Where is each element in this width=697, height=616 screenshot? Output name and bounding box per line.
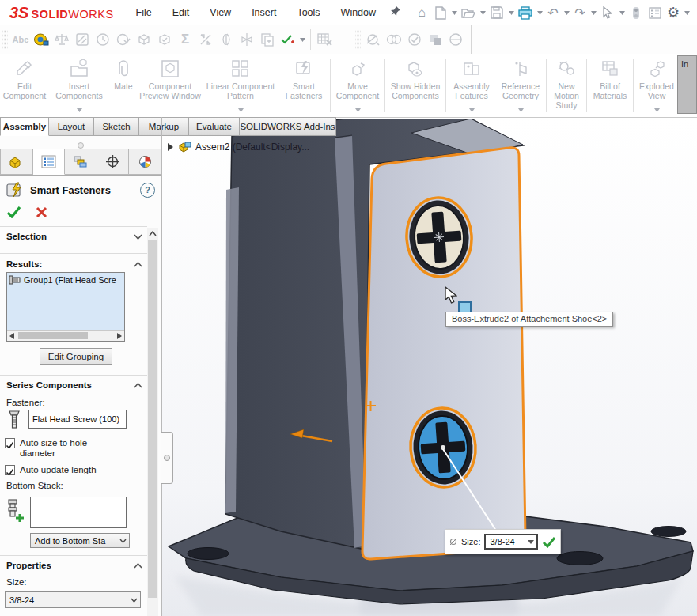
section-properties-icon[interactable] [73, 29, 92, 50]
instant3d-button[interactable]: In [677, 55, 697, 114]
tab-displaymanager[interactable] [129, 149, 161, 175]
auto-size-checkbox-label[interactable]: Auto size to hole diameter [20, 438, 113, 459]
tab-layout[interactable]: Layout [49, 117, 94, 136]
edit-grouping-button[interactable]: Edit Grouping [40, 348, 112, 365]
graphics-area[interactable]: Assem2 (Default<Display... Boss-Extrude2… [162, 119, 697, 616]
select-cursor-icon[interactable] [599, 3, 616, 22]
linear-component-pattern-button[interactable]: Linear Component Pattern [203, 54, 278, 117]
menu-window[interactable]: Window [341, 7, 376, 18]
scroll-up-icon[interactable] [149, 231, 157, 236]
callout-accept-icon[interactable] [542, 536, 556, 548]
menu-tools[interactable]: Tools [297, 7, 320, 18]
undo-icon[interactable]: ↶ [545, 3, 561, 22]
edit-component-button[interactable]: Edit Component [0, 54, 49, 117]
add-dropdown-chevron-icon[interactable] [116, 539, 129, 543]
equations-icon[interactable]: Σ [176, 29, 195, 50]
design-checker-icon[interactable] [278, 29, 297, 50]
tab-solidworks-add-ins[interactable]: SOLIDWORKS Add-Ins [240, 117, 336, 136]
tab-featuremanager[interactable] [0, 149, 33, 175]
move-component-button[interactable]: Move Component [331, 54, 384, 117]
open-caret[interactable] [479, 3, 487, 22]
task-pane-icon[interactable] [646, 3, 664, 22]
mass-properties-icon[interactable] [52, 29, 71, 50]
assembly-tree-item[interactable]: Assem2 (Default<Display... [195, 142, 309, 153]
copy-with-mates-icon[interactable] [426, 29, 445, 50]
bottom-stack-listbox[interactable] [30, 497, 127, 528]
symmetry-check-icon[interactable] [237, 29, 256, 50]
base-hole-left[interactable] [188, 548, 229, 560]
tab-sketch[interactable]: Sketch [94, 117, 139, 136]
results-list-item[interactable]: Group1 (Flat Head Scre [7, 273, 124, 330]
new-document-caret[interactable] [450, 3, 458, 22]
toolbar-drag-handle[interactable] [2, 29, 8, 50]
panel-resize-handle[interactable] [78, 142, 84, 149]
base-hole-right[interactable] [557, 552, 603, 565]
curvature-check-icon[interactable] [114, 29, 133, 50]
help-button[interactable]: ? [140, 183, 155, 198]
results-horizontal-scrollbar[interactable] [7, 330, 124, 341]
tab-configurationmanager[interactable] [65, 149, 97, 175]
panel-vertical-scrollbar[interactable] [147, 228, 158, 616]
spell-check-icon[interactable]: Abc [11, 29, 30, 50]
select-caret[interactable] [618, 3, 626, 22]
menu-view[interactable]: View [210, 7, 231, 18]
check-document-icon[interactable] [134, 29, 153, 50]
feature-tree-flyout[interactable]: Assem2 (Default<Display... [167, 141, 309, 153]
auto-update-checkbox[interactable] [5, 465, 15, 475]
series-components-group-header[interactable]: Series Components [6, 380, 142, 390]
save-icon[interactable] [488, 3, 506, 22]
smart-fasteners-button[interactable]: Smart Fasteners [278, 54, 329, 117]
properties-group-header[interactable]: Properties [6, 561, 142, 570]
scrollbar-thumb[interactable] [18, 332, 88, 339]
tab-propertymanager[interactable] [33, 149, 66, 175]
insert-components-button[interactable]: Insert Components [49, 54, 109, 117]
results-item-label[interactable]: Group1 (Flat Head Scre [24, 275, 116, 285]
menu-file[interactable]: File [136, 7, 152, 18]
pin-menu-icon[interactable] [390, 6, 401, 20]
base-hole-far-right[interactable] [651, 527, 686, 537]
results-group-header[interactable]: Results: [6, 259, 142, 269]
model-3d-view[interactable] [162, 119, 697, 616]
auto-update-checkbox-label[interactable]: Auto update length [20, 465, 97, 475]
print-icon[interactable] [517, 3, 534, 22]
reference-geometry-button[interactable]: Reference Geometry [496, 54, 545, 117]
options-caret[interactable] [683, 3, 691, 22]
reference-geometry-caret[interactable] [518, 101, 524, 115]
measure-icon[interactable] [32, 29, 51, 50]
panel-collapse-handle[interactable] [161, 432, 173, 484]
save-caret[interactable] [507, 3, 515, 22]
chevron-up-icon[interactable] [134, 262, 142, 267]
size-dropdown[interactable]: 3/8-24 [5, 591, 141, 608]
component-preview-window-button[interactable]: Component Preview Window [138, 54, 203, 117]
chevron-down-icon[interactable] [134, 234, 142, 240]
selection-group-header[interactable]: Selection [6, 232, 142, 241]
redo-caret[interactable] [589, 3, 597, 22]
cancel-button[interactable] [36, 206, 47, 218]
assembly-features-button[interactable]: Assembly Features [447, 54, 496, 117]
menu-insert[interactable]: Insert [252, 7, 276, 18]
show-hidden-components-button[interactable]: Show Hidden Components [386, 54, 445, 117]
tab-markup[interactable]: Markup [139, 117, 189, 136]
redo-icon[interactable]: ↷ [572, 3, 588, 22]
results-listbox[interactable]: Group1 (Flat Head Scre [6, 272, 125, 342]
assembly-features-caret[interactable] [469, 101, 475, 115]
interference-detection-icon[interactable] [384, 29, 403, 50]
chevron-up-icon[interactable] [134, 563, 142, 569]
3dexperience-icon[interactable] [627, 3, 645, 22]
assembly-visualization-icon[interactable] [446, 29, 465, 50]
toolbar-drag-handle-2[interactable] [355, 29, 361, 50]
geometry-check-icon[interactable] [155, 29, 174, 50]
scroll-right-icon[interactable] [115, 331, 124, 341]
chevron-up-icon[interactable] [134, 383, 142, 388]
undo-caret[interactable] [563, 3, 570, 22]
auto-size-checkbox[interactable] [5, 438, 15, 448]
callout-combo-chevron-icon[interactable] [525, 535, 536, 548]
menu-edit[interactable]: Edit [172, 7, 190, 18]
deviation-analysis-icon[interactable] [196, 29, 215, 50]
new-motion-study-button[interactable]: New Motion Study [547, 54, 585, 117]
tab-evaluate[interactable]: Evaluate [189, 117, 240, 136]
fastener-value-field[interactable]: Flat Head Screw (100) [28, 410, 127, 429]
add-to-bottom-stack-dropdown[interactable]: Add to Bottom Sta [30, 533, 130, 548]
mate-button[interactable]: Mate [109, 54, 138, 117]
callout-size-combobox[interactable]: 3/8-24 [484, 534, 538, 550]
